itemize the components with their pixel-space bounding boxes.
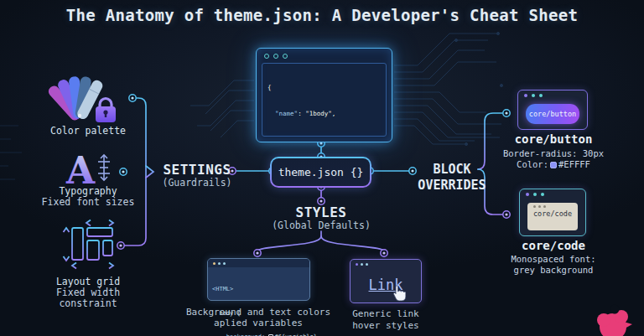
window-controls bbox=[518, 90, 587, 97]
css-window-caption-2: aplied variables bbox=[183, 318, 334, 328]
brand-blob bbox=[597, 310, 632, 336]
window-controls bbox=[351, 260, 421, 269]
settings-branch-label: SETTINGS bbox=[159, 162, 235, 178]
core-code-preview: core/code bbox=[527, 203, 578, 230]
color-palette-label: Color palette bbox=[42, 125, 134, 137]
typography-label: Typography bbox=[34, 185, 143, 197]
window-dot-icon[interactable] bbox=[539, 94, 543, 97]
core-code-prop-bg: grey background bbox=[498, 265, 609, 275]
core-code-title: core/code bbox=[498, 239, 609, 252]
core-button-prop-color: Color:#EFFFF bbox=[498, 159, 609, 169]
core-code-prop-font: Monospaced font: bbox=[498, 254, 609, 264]
window-dot-icon[interactable] bbox=[366, 263, 368, 266]
json-code-block: { "name": "1body", "settings": { "styles… bbox=[262, 63, 387, 137]
window-dot-icon[interactable] bbox=[273, 54, 278, 59]
link-window-caption-2: hover styles bbox=[327, 320, 444, 331]
styles-branch-label: STYLES bbox=[271, 204, 371, 220]
window-dot-icon[interactable] bbox=[264, 54, 269, 59]
core-button-window: core/button bbox=[517, 90, 588, 130]
theme-json-node-label: theme.json {} bbox=[278, 166, 364, 178]
edge-ticks bbox=[0, 126, 22, 179]
link-preview-link[interactable]: Link bbox=[351, 277, 421, 293]
window-dot-icon[interactable] bbox=[533, 193, 537, 196]
window-controls bbox=[520, 189, 585, 196]
styles-branch-connector bbox=[257, 231, 384, 251]
block-overrides-label: BLOCK OVERRIDES bbox=[416, 162, 488, 194]
layout-grid-sublabel-2: constraint bbox=[34, 297, 143, 309]
styles-branch-sublabel: (Global Defaults) bbox=[262, 220, 380, 231]
color-swatch bbox=[550, 162, 557, 168]
window-dot-icon[interactable] bbox=[524, 94, 527, 97]
theme-json-editor-window: { "name": "1body", "settings": { "styles… bbox=[256, 48, 392, 142]
color-palette-icon bbox=[46, 76, 104, 122]
typography-sublabel: Fixed font sizes bbox=[25, 196, 151, 208]
layout-grid-icon bbox=[64, 220, 114, 269]
window-dot-icon[interactable] bbox=[532, 94, 535, 97]
left-bracket-connector bbox=[121, 98, 162, 246]
brand-blob-notch bbox=[610, 305, 620, 314]
code-dots-icon bbox=[533, 205, 578, 208]
core-button-prop-radius: Border-radius: 30px bbox=[498, 148, 609, 158]
infographic-canvas: A bbox=[0, 0, 644, 336]
window-dot-icon[interactable] bbox=[283, 54, 288, 59]
window-dot-icon[interactable] bbox=[541, 193, 544, 196]
core-button-title: core/button bbox=[498, 132, 609, 146]
hand-cursor-icon bbox=[391, 285, 406, 302]
lock-icon bbox=[96, 99, 116, 122]
window-dot-icon[interactable] bbox=[356, 263, 358, 266]
core-code-window: core/code bbox=[519, 189, 586, 236]
layout-grid-sublabel-1: Fixed width bbox=[34, 287, 143, 298]
link-example-window: Link bbox=[350, 259, 422, 303]
css-example-window: <HTML> body { background: #${variable} t… bbox=[207, 258, 310, 301]
page-title: The Anatomy of theme.json: A Developer's… bbox=[0, 6, 644, 24]
window-controls bbox=[208, 259, 309, 267]
window-controls bbox=[257, 49, 392, 59]
window-dot-icon[interactable] bbox=[223, 262, 226, 265]
layout-grid-label: Layout grid bbox=[34, 276, 143, 287]
css-window-caption-1: Background and text colors bbox=[183, 307, 334, 318]
link-window-caption-1: Generic link bbox=[327, 308, 444, 319]
settings-branch-sublabel: (Guardrails) bbox=[155, 177, 239, 189]
window-dot-icon[interactable] bbox=[213, 262, 216, 265]
window-dot-icon[interactable] bbox=[218, 262, 221, 265]
theme-json-node[interactable]: theme.json {} bbox=[270, 157, 371, 188]
window-dot-icon[interactable] bbox=[361, 263, 363, 266]
window-dot-icon[interactable] bbox=[526, 193, 529, 196]
core-button-preview-button[interactable]: core/button bbox=[526, 104, 579, 124]
